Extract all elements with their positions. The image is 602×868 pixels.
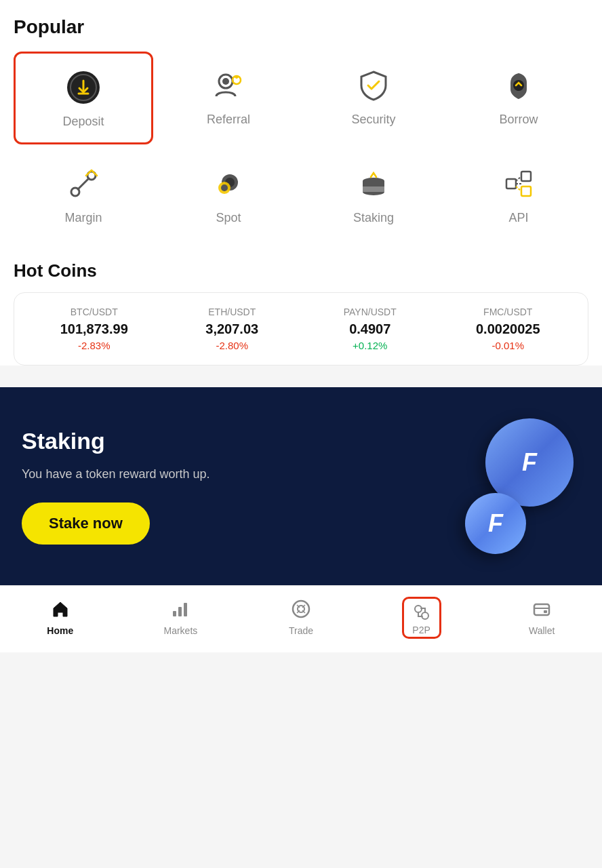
popular-grid: Deposit Referral	[14, 52, 588, 239]
staking-coin-small: F	[465, 493, 526, 554]
popular-item-api[interactable]: API	[449, 150, 588, 239]
popular-item-deposit[interactable]: Deposit	[14, 52, 153, 144]
main-content: Popular Deposit	[0, 0, 602, 366]
popular-section: Popular Deposit	[14, 16, 588, 239]
staking-banner-title: Staking	[22, 428, 431, 454]
staking-coins-graphic: F F	[431, 412, 580, 561]
popular-item-referral[interactable]: Referral	[159, 52, 298, 144]
eth-pair: ETH/USDT	[208, 307, 256, 317]
svg-point-27	[422, 612, 428, 619]
svg-rect-16	[363, 181, 384, 186]
fmc-change: -0.01%	[491, 340, 524, 351]
svg-rect-17	[363, 186, 384, 192]
svg-point-26	[415, 606, 422, 612]
security-label: Security	[351, 113, 395, 127]
security-icon	[353, 65, 394, 106]
margin-icon	[63, 163, 104, 204]
svg-rect-23	[184, 603, 187, 616]
coin-btc[interactable]: BTC/USDT 101,873.99 -2.83%	[28, 307, 161, 351]
nav-p2p[interactable]: P2P	[361, 597, 482, 639]
eth-price: 3,207.03	[205, 321, 258, 337]
coin-payn[interactable]: PAYN/USDT 0.4907 +0.12%	[304, 307, 437, 351]
staking-banner-desc: You have a token reward worth up.	[22, 465, 431, 484]
payn-pair: PAYN/USDT	[344, 307, 397, 317]
staking-text: Staking You have a token reward worth up…	[22, 428, 431, 545]
svg-point-5	[235, 76, 238, 79]
borrow-icon	[498, 65, 539, 106]
nav-markets[interactable]: Markets	[121, 597, 241, 639]
svg-rect-19	[521, 186, 531, 196]
svg-point-24	[293, 601, 309, 617]
api-label: API	[508, 211, 528, 225]
svg-rect-20	[506, 179, 516, 189]
p2p-selected-box: P2P	[402, 597, 441, 639]
spot-icon	[208, 163, 249, 204]
staking-icon	[353, 163, 394, 204]
popular-item-staking[interactable]: Staking	[304, 150, 443, 239]
btc-price: 101,873.99	[60, 321, 128, 337]
bottom-nav: Home Markets Trade	[0, 585, 602, 652]
payn-price: 0.4907	[349, 321, 390, 337]
payn-change: +0.12%	[353, 340, 387, 351]
btc-change: -2.83%	[78, 340, 111, 351]
borrow-label: Borrow	[499, 113, 538, 127]
btc-pair: BTC/USDT	[71, 307, 118, 317]
markets-icon	[168, 597, 193, 621]
stake-now-button[interactable]: Stake now	[22, 502, 150, 545]
fmc-price: 0.0020025	[476, 321, 540, 337]
staking-banner: Staking You have a token reward worth up…	[0, 387, 602, 585]
svg-rect-29	[544, 610, 547, 613]
deposit-label: Deposit	[62, 115, 104, 129]
hot-coins-card: BTC/USDT 101,873.99 -2.83% ETH/USDT 3,20…	[14, 292, 588, 366]
svg-point-12	[221, 184, 228, 191]
spot-label: Spot	[216, 211, 241, 225]
popular-item-security[interactable]: Security	[304, 52, 443, 144]
svg-rect-21	[173, 611, 176, 616]
svg-rect-18	[521, 172, 531, 181]
popular-item-spot[interactable]: Spot	[159, 150, 298, 239]
home-nav-label: Home	[47, 625, 73, 636]
nav-home[interactable]: Home	[0, 597, 121, 639]
p2p-icon	[409, 600, 434, 625]
svg-rect-22	[178, 607, 182, 616]
svg-rect-28	[534, 604, 549, 615]
nav-wallet[interactable]: Wallet	[481, 597, 602, 639]
home-icon	[48, 597, 73, 621]
markets-nav-label: Markets	[163, 625, 197, 636]
wallet-nav-label: Wallet	[529, 625, 555, 636]
p2p-nav-label: P2P	[412, 625, 430, 635]
popular-item-borrow[interactable]: Borrow	[449, 52, 588, 144]
trade-nav-label: Trade	[289, 625, 313, 636]
popular-title: Popular	[14, 16, 588, 38]
staking-label: Staking	[353, 211, 394, 225]
hot-coins-title: Hot Coins	[14, 260, 588, 281]
svg-point-3	[222, 78, 229, 85]
referral-label: Referral	[207, 113, 250, 127]
trade-icon	[289, 597, 313, 621]
eth-change: -2.80%	[216, 340, 248, 351]
deposit-icon	[63, 67, 104, 108]
fmc-pair: FMC/USDT	[483, 307, 532, 317]
api-icon	[498, 163, 539, 204]
hot-coins-section: Hot Coins BTC/USDT 101,873.99 -2.83% ETH…	[14, 260, 588, 366]
margin-label: Margin	[64, 211, 102, 225]
referral-icon	[208, 65, 249, 106]
coin-fmc[interactable]: FMC/USDT 0.0020025 -0.01%	[442, 307, 575, 351]
wallet-icon	[529, 597, 554, 621]
nav-trade[interactable]: Trade	[241, 597, 361, 639]
popular-item-margin[interactable]: Margin	[14, 150, 153, 239]
coin-eth[interactable]: ETH/USDT 3,207.03 -2.80%	[166, 307, 299, 351]
